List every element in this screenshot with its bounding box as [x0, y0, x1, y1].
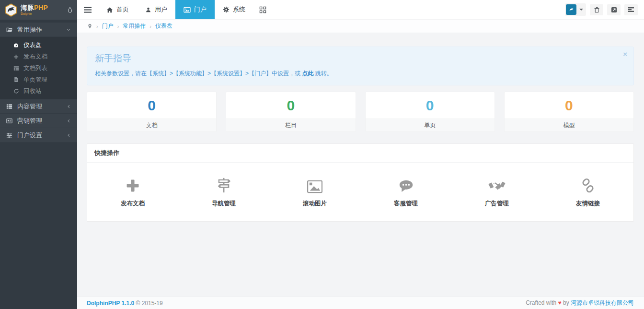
stat-label: 栏目: [226, 119, 355, 131]
image-icon: [184, 7, 191, 13]
sidebar-item-label: 仪表盘: [23, 41, 42, 49]
nav-user[interactable]: 用户: [137, 0, 175, 19]
sidebar-item-label: 回收站: [23, 87, 42, 95]
nav-home[interactable]: 首页: [98, 0, 137, 19]
gear-icon: [223, 6, 230, 13]
quick-panel-body: 发布文档 导航管理 滚动图片 客服管理: [87, 163, 633, 221]
sidebar-group-content-manage[interactable]: 内容管理: [0, 99, 77, 114]
folder-open-icon: [6, 27, 12, 33]
nav-label: 用户: [155, 5, 167, 14]
sidebar-item-doc-list[interactable]: 文档列表: [0, 62, 77, 74]
close-icon[interactable]: ×: [623, 50, 627, 58]
brand-subtitle: Dolphin: [21, 12, 48, 15]
footer-version: DolphinPHP 1.1.0 © 2015-19: [87, 300, 163, 307]
caret-down-icon: [579, 9, 583, 11]
water-drop-icon[interactable]: [67, 6, 73, 13]
sidebar-group-portal-settings[interactable]: 门户设置: [0, 128, 77, 143]
footer-by-text: by: [563, 299, 569, 306]
list-bars-icon: [628, 7, 634, 12]
nav-portal[interactable]: 门户: [175, 0, 215, 19]
trash-button[interactable]: [590, 4, 603, 15]
quick-action-publish-doc[interactable]: 发布文档: [87, 175, 178, 208]
quick-panel-title: 快捷操作: [87, 144, 633, 163]
quick-action-label: 发布文档: [121, 200, 145, 208]
top-header: 首页 用户 门户 系统: [77, 0, 644, 20]
chevron-left-icon: [67, 133, 71, 138]
comment-icon: [398, 175, 414, 193]
marketing-icon: [6, 118, 12, 124]
stat-card-columns: 0 栏目: [226, 92, 356, 132]
page-footer: DolphinPHP 1.1.0 © 2015-19 Crafted with …: [77, 297, 644, 309]
breadcrumb-link-common-ops[interactable]: 常用操作: [123, 22, 146, 30]
image-icon: [307, 175, 323, 193]
footer-brand-link[interactable]: DolphinPHP 1.1.0: [87, 300, 134, 307]
th-list-icon: [6, 104, 12, 109]
brand-name-php: PHP: [34, 4, 48, 12]
alert-jump-link[interactable]: 点此: [302, 70, 313, 77]
external-link-button[interactable]: [607, 4, 621, 15]
chevron-left-icon: [67, 119, 71, 123]
nav-label: 首页: [116, 5, 129, 14]
breadcrumb-separator: ›: [150, 24, 151, 29]
right-panel-button[interactable]: [624, 4, 638, 15]
breadcrumb-separator: ›: [96, 24, 98, 29]
footer-copyright: © 2015-19: [136, 300, 162, 307]
footer-crafted-text: Crafted with: [526, 299, 556, 306]
quick-action-ad-manage[interactable]: 广告管理: [451, 175, 542, 208]
sidebar-group-label: 门户设置: [17, 131, 42, 140]
sidebar-group-marketing-manage[interactable]: 营销管理: [0, 114, 77, 128]
chevron-left-icon: [67, 104, 71, 109]
sidebar-item-label: 单页管理: [23, 76, 47, 84]
user-icon: [145, 7, 151, 13]
sliders-icon: [6, 132, 12, 138]
quick-action-friend-links[interactable]: 友情链接: [542, 175, 633, 208]
sidebar-submenu: 仪表盘 发布文档 文档列表 单页管理: [0, 37, 77, 99]
sidebar-item-publish-doc[interactable]: 发布文档: [0, 51, 77, 62]
main-content: 新手指导 相关参数设置，请在【系统】>【系统功能】>【系统设置】>【门户】中设置…: [77, 33, 644, 297]
quick-actions-panel: 快捷操作 发布文档 导航管理 滚动图片: [87, 143, 634, 222]
dolphin-logo-icon: [4, 3, 18, 17]
heart-icon: ♥: [558, 299, 562, 306]
sidebar-item-recycle-bin[interactable]: 回收站: [0, 85, 77, 97]
quick-action-nav-manage[interactable]: 导航管理: [178, 175, 269, 208]
sidebar-item-page-manage[interactable]: 单页管理: [0, 74, 77, 85]
sidebar-group-common-ops[interactable]: 常用操作: [0, 23, 77, 37]
quick-action-label: 友情链接: [576, 200, 600, 208]
stat-value: 0: [366, 92, 494, 119]
recycle-icon: [13, 88, 19, 94]
quick-action-customer-service[interactable]: 客服管理: [360, 175, 451, 208]
breadcrumb-separator: ›: [117, 24, 119, 29]
sidebar-item-dashboard[interactable]: 仪表盘: [0, 39, 77, 51]
table-icon: [13, 66, 19, 71]
sidebar: 海豚PHP Dolphin 常用操作 仪表盘: [0, 0, 77, 309]
footer-company-link[interactable]: 河源市卓锐科技有限公司: [571, 299, 634, 306]
arrow-square-icon: [611, 7, 617, 13]
sidebar-menu: 常用操作 仪表盘 发布文档 文档列表: [0, 20, 77, 143]
quick-action-label: 滚动图片: [303, 200, 327, 208]
sidebar-group-label: 常用操作: [17, 25, 42, 34]
nav-label: 系统: [233, 5, 245, 14]
stat-card-documents: 0 文档: [87, 92, 217, 132]
brand-logo[interactable]: 海豚PHP Dolphin: [0, 0, 77, 20]
breadcrumb-link-portal[interactable]: 门户: [102, 22, 114, 30]
quick-action-slideshow[interactable]: 滚动图片: [269, 175, 360, 208]
sidebar-group-label: 营销管理: [17, 117, 42, 125]
stat-card-models: 0 模型: [504, 92, 634, 132]
signpost-icon: [216, 175, 232, 193]
module-grid-button[interactable]: [253, 0, 272, 19]
plus-icon: [13, 54, 19, 59]
alert-title: 新手指导: [95, 52, 626, 65]
map-marker-icon: [87, 23, 92, 30]
nav-system[interactable]: 系统: [215, 0, 253, 19]
trash-icon: [594, 6, 600, 13]
dashboard-icon: [13, 42, 19, 48]
sidebar-group-label: 内容管理: [17, 102, 42, 111]
sidebar-toggle-button[interactable]: [77, 0, 98, 19]
nav-label: 门户: [194, 5, 207, 14]
home-icon: [106, 7, 113, 13]
brand-name-cn: 海豚: [21, 4, 34, 12]
breadcrumb-current: 仪表盘: [155, 22, 172, 30]
user-avatar-dropdown[interactable]: [565, 3, 586, 16]
file-icon: [13, 77, 19, 83]
alert-text-after: 跳转。: [313, 70, 332, 77]
